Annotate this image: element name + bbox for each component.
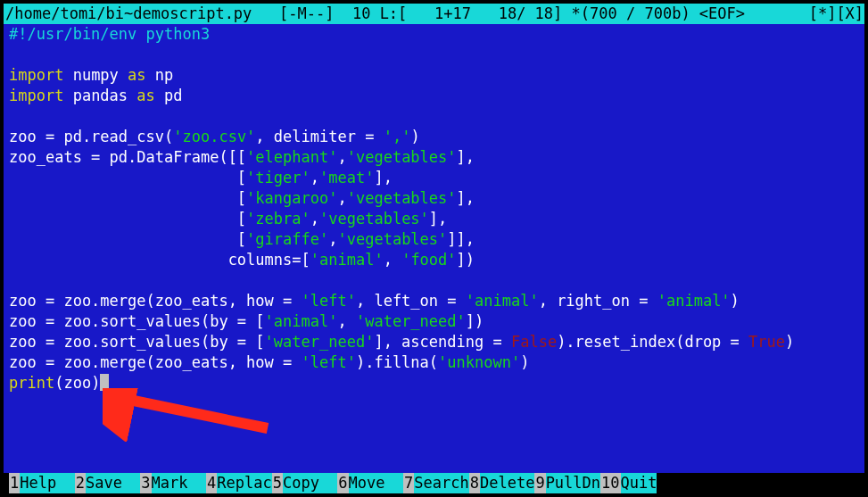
- builtin: print: [9, 374, 54, 392]
- fkey-num: 10: [600, 473, 620, 493]
- fkey-move[interactable]: 6Move: [337, 473, 403, 493]
- kw-as: as: [128, 87, 164, 104]
- code: ],: [374, 169, 392, 186]
- kw-import: import: [9, 87, 73, 104]
- fkey-label: Replac: [217, 473, 271, 493]
- code: ,: [310, 210, 319, 228]
- fkey-pulldn[interactable]: 9PullDn: [534, 473, 600, 493]
- code: ): [520, 353, 529, 371]
- title-bar: /home/tomi/bi~demoscript.py [-M--] 10 L:…: [4, 4, 864, 24]
- code: (zoo): [54, 374, 100, 392]
- alias: pd: [164, 87, 182, 104]
- fkey-save[interactable]: 2Save: [75, 473, 141, 493]
- code: zoo_eats = pd.DataFrame([[: [9, 148, 246, 166]
- fkey-num: 3: [140, 473, 151, 493]
- code: , right_on =: [539, 292, 657, 310]
- code: zoo = zoo.merge(zoo_eats, how =: [9, 353, 302, 371]
- string: 'vegetables': [347, 189, 457, 207]
- module: numpy: [73, 66, 119, 84]
- fkey-num: 9: [534, 473, 545, 493]
- code: [: [9, 230, 246, 248]
- code: [: [9, 189, 246, 207]
- string: 'giraffe': [246, 230, 328, 248]
- code: columns=[: [9, 251, 310, 269]
- string: 'zebra': [246, 210, 310, 228]
- shebang: #!/usr/bin/env python3: [9, 25, 210, 43]
- string: 'unknown': [438, 353, 520, 371]
- fkey-label: Help: [20, 473, 74, 493]
- code: ,: [384, 251, 401, 269]
- cursor: [100, 374, 109, 391]
- fkey-delete[interactable]: 8Delete: [469, 473, 535, 493]
- kw-as: as: [119, 66, 155, 84]
- string: 'water_need': [356, 312, 466, 330]
- string: 'kangaroo': [246, 189, 337, 207]
- string: 'left': [302, 353, 356, 371]
- string: 'vegetables': [319, 210, 429, 228]
- fkey-label: PullDn: [546, 473, 600, 493]
- code: zoo = zoo.sort_values(by = [: [9, 312, 265, 330]
- fkey-num: 8: [469, 473, 480, 493]
- status-info: [-M--] 10 L:[ 1+17 18/ 18] *(700 / 700b)…: [252, 4, 864, 24]
- string: 'vegetables': [347, 148, 457, 166]
- code: ,: [310, 169, 319, 186]
- fkey-label: Copy: [283, 473, 337, 493]
- fkey-num: 4: [206, 473, 217, 493]
- fkey-label: Delete: [480, 473, 534, 493]
- fkey-quit[interactable]: 10Quit: [600, 473, 657, 493]
- code: ,: [337, 189, 346, 207]
- fkey-replace[interactable]: 4Replac: [206, 473, 272, 493]
- fkey-num: 5: [272, 473, 283, 493]
- string: ',': [384, 128, 411, 145]
- code: ]): [457, 251, 475, 269]
- fkey-num: 6: [337, 473, 348, 493]
- code: ],: [457, 148, 475, 166]
- code: zoo = pd.read_csv(: [9, 128, 173, 145]
- fkey-help[interactable]: 1Help: [9, 473, 75, 493]
- code: ], ascending =: [374, 333, 511, 351]
- code: ],: [457, 189, 475, 207]
- code: zoo = zoo.sort_values(by = [: [9, 333, 265, 351]
- kw-import: import: [9, 66, 73, 84]
- code: ]],: [447, 230, 475, 248]
- string: 'zoo.csv': [173, 128, 255, 145]
- code: , left_on =: [356, 292, 466, 310]
- code: ,: [337, 312, 355, 330]
- code: ],: [429, 210, 447, 228]
- code: ,: [328, 230, 337, 248]
- fkey-label: Save: [86, 473, 140, 493]
- module: pandas: [73, 87, 128, 104]
- code: ): [731, 292, 740, 310]
- string: 'left': [302, 292, 356, 310]
- code: [: [9, 210, 246, 228]
- fkey-num: 1: [9, 473, 20, 493]
- string: 'food': [401, 251, 456, 269]
- fkey-copy[interactable]: 5Copy: [272, 473, 338, 493]
- fkey-label: Move: [349, 473, 403, 493]
- code: ]): [466, 312, 484, 330]
- code: zoo = zoo.merge(zoo_eats, how =: [9, 292, 302, 310]
- code: ,: [337, 148, 346, 166]
- string: 'tiger': [246, 169, 310, 186]
- code: ): [785, 333, 794, 351]
- string: 'meat': [319, 169, 374, 186]
- string: 'animal': [265, 312, 338, 330]
- code-area[interactable]: #!/usr/bin/env python3 import numpy as n…: [4, 24, 864, 473]
- function-key-bar: 1Help 2Save 3Mark 4Replac 5Copy 6Move 7S…: [4, 473, 864, 493]
- string: 'animal': [657, 292, 731, 310]
- string: 'animal': [466, 292, 539, 310]
- code: , delimiter =: [255, 128, 383, 145]
- fkey-search[interactable]: 7Search: [403, 473, 469, 493]
- code: ).fillna(: [356, 353, 438, 371]
- string: 'water_need': [265, 333, 375, 351]
- kw-bool: False: [511, 333, 557, 351]
- editor-window: /home/tomi/bi~demoscript.py [-M--] 10 L:…: [4, 4, 864, 493]
- fkey-num: 7: [403, 473, 414, 493]
- fkey-mark[interactable]: 3Mark: [140, 473, 206, 493]
- fkey-label: Mark: [152, 473, 206, 493]
- fkey-label: Quit: [621, 473, 657, 493]
- fkey-num: 2: [75, 473, 86, 493]
- alias: np: [155, 66, 173, 84]
- code: [: [9, 169, 246, 186]
- fkey-label: Search: [414, 473, 468, 493]
